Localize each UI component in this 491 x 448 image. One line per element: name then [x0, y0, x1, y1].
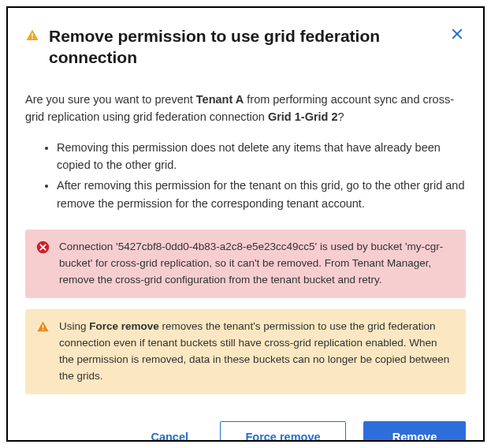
svg-rect-7: [43, 325, 43, 328]
title-wrap: Remove permission to use grid federation…: [25, 25, 448, 69]
close-icon: [450, 32, 464, 43]
close-button[interactable]: [448, 25, 466, 45]
warning-message: Using Force remove removes the tenant's …: [59, 319, 455, 385]
svg-rect-0: [32, 33, 33, 37]
info-bullets: Removing this permission does not delete…: [25, 139, 466, 213]
dialog-header: Remove permission to use grid federation…: [25, 25, 466, 69]
svg-rect-8: [43, 329, 43, 330]
svg-rect-1: [32, 38, 33, 39]
warning-pre: Using: [59, 320, 89, 332]
connection-name: Grid 1-Grid 2: [268, 110, 338, 123]
confirm-text: Are you sure you want to prevent Tenant …: [25, 91, 466, 126]
list-item: Removing this permission does not delete…: [57, 139, 466, 174]
warning-bold: Force remove: [89, 320, 159, 332]
warning-triangle-icon: [25, 28, 39, 46]
error-alert: Connection '5427cbf8-0dd0-4b83-a2c8-e5e2…: [25, 230, 466, 298]
error-message: Connection '5427cbf8-0dd0-4b83-a2c8-e5e2…: [59, 239, 455, 289]
list-item: After removing this permission for the t…: [57, 177, 466, 212]
force-remove-button[interactable]: Force remove: [220, 421, 346, 442]
confirm-post: ?: [338, 110, 344, 123]
tenant-name: Tenant A: [196, 93, 244, 106]
warning-triangle-icon: [36, 320, 50, 339]
cancel-button[interactable]: Cancel: [136, 421, 203, 442]
remove-button[interactable]: Remove: [363, 421, 466, 442]
confirm-pre: Are you sure you want to prevent: [25, 93, 196, 106]
remove-permission-dialog: Remove permission to use grid federation…: [6, 6, 485, 442]
dialog-title: Remove permission to use grid federation…: [49, 25, 448, 69]
error-circle-icon: [36, 241, 50, 259]
warning-alert: Using Force remove removes the tenant's …: [25, 309, 466, 394]
dialog-actions: Cancel Force remove Remove: [25, 421, 466, 442]
